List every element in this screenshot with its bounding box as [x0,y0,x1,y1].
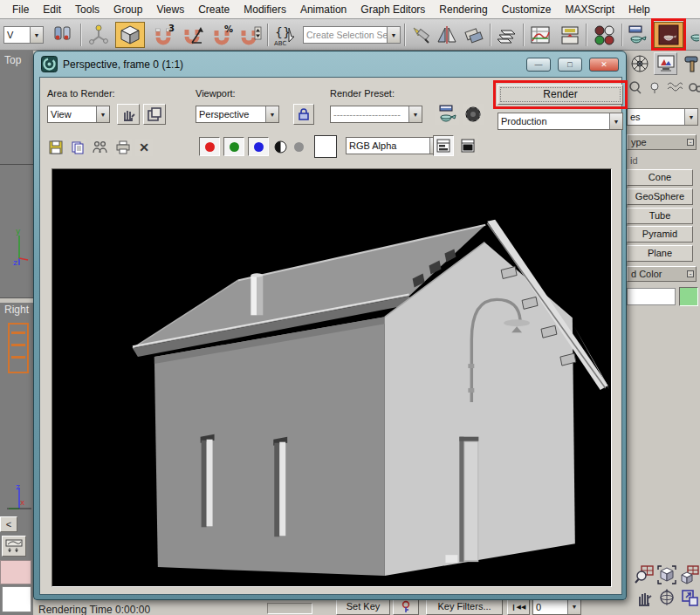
material-editor-button[interactable] [590,22,618,48]
select-and-manipulate-button[interactable] [86,22,112,48]
rendered-frame-window-button[interactable] [654,22,683,48]
trackbar-scroll-left-button[interactable]: < [0,516,17,532]
menu-graph-editors[interactable]: Graph Editors [353,1,432,18]
angle-snap-toggle-button[interactable] [180,22,206,48]
set-key-mode-button[interactable] [393,598,419,615]
menu-maxscript[interactable]: MAXScript [558,1,621,18]
left-viewports[interactable]: Top y z Right z x < [0,51,33,615]
menu-animation[interactable]: Animation [293,1,353,18]
object-button-geosphere[interactable]: GeoSphere [627,188,693,205]
current-time-field[interactable]: 0 ▼ [532,598,581,615]
snaps-toggle-3d-button[interactable]: 3 [150,22,176,48]
menu-edit[interactable]: Edit [36,1,68,18]
object-button-cone[interactable]: Cone [627,169,693,186]
snaps-toggle-button[interactable] [115,22,145,48]
reference-coordinate-dropdown[interactable]: V ▼ [3,26,44,44]
monochrome-toggle[interactable] [274,140,287,155]
spinner-snap-toggle-button[interactable] [237,22,264,48]
tab-motion[interactable] [628,52,650,75]
quick-render-button[interactable] [688,22,700,48]
menu-tools[interactable]: Tools [68,1,106,18]
lock-viewport-button[interactable] [293,104,314,125]
blue-channel-toggle[interactable] [248,137,269,156]
schematic-view-button[interactable] [557,22,583,48]
isolate-selection-button[interactable] [408,22,433,48]
auto-region-button[interactable] [143,104,166,125]
shapes-icon[interactable] [628,80,642,94]
edit-region-button[interactable] [117,104,140,125]
tab-utilities[interactable] [681,52,700,75]
red-channel-toggle[interactable] [199,137,220,156]
menu-create[interactable]: Create [191,1,237,18]
edit-named-selection-sets-button[interactable]: {} ABC [271,22,299,48]
primitive-category-dropdown[interactable]: es ▼ [627,108,698,126]
space-warps-icon[interactable] [667,81,683,93]
pan-button[interactable] [634,588,654,607]
toggle-ui-overlays-button[interactable] [433,135,454,156]
magnet-spinner-icon [239,24,262,46]
curve-editor-button[interactable] [527,22,553,48]
go-to-start-button[interactable]: ❙◀◀ [507,598,530,615]
area-value: View [48,109,96,120]
object-button-tube[interactable]: Tube [627,208,693,224]
render-setup-button[interactable] [625,22,649,48]
tab-display[interactable] [654,52,677,75]
object-type-rollout[interactable]: ype - [627,134,697,150]
use-center-flyout-button[interactable] [49,22,77,48]
close-button[interactable]: ✕ [589,58,619,72]
area-to-render-dropdown[interactable]: View ▼ [47,106,110,123]
menu-modifiers[interactable]: Modifiers [237,1,293,18]
align-button[interactable] [461,22,487,48]
percent-snap-toggle-button[interactable]: % [209,22,236,48]
named-selection-set-combo[interactable]: Create Selection Set ▼ [303,26,401,44]
menu-group[interactable]: Group [106,1,149,18]
arc-rotate-button[interactable] [656,588,676,607]
menu-help[interactable]: Help [621,1,657,18]
menu-customize[interactable]: Customize [495,1,559,18]
object-color-swatch[interactable] [679,287,698,306]
render-button[interactable]: Render [498,85,623,105]
render-window-titlebar[interactable]: Perspective, frame 0 (1:1) — □ ✕ [39,51,621,77]
clear-image-button[interactable]: ✕ [135,139,153,156]
name-and-color-rollout[interactable]: d Color - [627,266,697,282]
rendered-frame-window[interactable]: Perspective, frame 0 (1:1) — □ ✕ Area to… [33,51,627,600]
print-image-button[interactable] [114,139,132,156]
mirror-button[interactable] [435,22,459,48]
copy-image-button[interactable] [69,139,86,156]
systems-icon[interactable] [688,80,700,94]
environment-dialog-button[interactable] [463,104,484,125]
zoom-extents-all-button[interactable] [679,565,699,584]
green-channel-toggle[interactable] [223,137,244,156]
render-mode-dropdown[interactable]: Production ▼ [498,113,623,130]
channel-display-dropdown[interactable]: RGB Alpha ▼ [346,137,443,154]
viewport-splitter[interactable] [0,297,33,303]
zoom-all-button[interactable] [634,565,654,584]
key-filters-button[interactable]: Key Filters... [426,598,503,615]
background-color-swatch[interactable] [314,135,337,158]
rendered-image-canvas[interactable] [51,168,612,587]
menu-views[interactable]: Views [149,1,191,18]
toggle-ui-button[interactable] [457,135,478,156]
menu-rendering[interactable]: Rendering [432,1,494,18]
object-name-field[interactable] [627,288,676,305]
maxscript-listener-white[interactable] [2,586,31,612]
minimize-button[interactable]: — [526,58,551,72]
object-button-pyramid[interactable]: Pyramid [627,226,693,243]
viewport-dropdown[interactable]: Perspective ▼ [196,106,279,123]
min-max-toggle-button[interactable] [679,588,699,607]
maxscript-listener-pink[interactable] [0,560,31,584]
alpha-channel-toggle[interactable] [294,142,304,154]
save-image-button[interactable] [47,139,65,156]
clone-window-button[interactable] [91,139,110,156]
maximize-button[interactable]: □ [558,58,582,72]
render-preset-dropdown[interactable]: --------------------- ▼ [330,106,422,123]
open-mini-curve-editor-button[interactable] [2,536,26,557]
render-setup-dialog-button[interactable] [435,104,459,125]
app-root: File Edit Tools Group Views Create Modif… [0,0,700,615]
zoom-extents-button[interactable] [656,565,676,584]
layer-manager-button[interactable] [494,22,520,48]
menu-file[interactable]: File [5,1,36,18]
object-button-plane[interactable]: Plane [627,245,693,262]
set-key-button[interactable]: Set Key [336,598,390,615]
lights-icon[interactable] [648,80,662,94]
